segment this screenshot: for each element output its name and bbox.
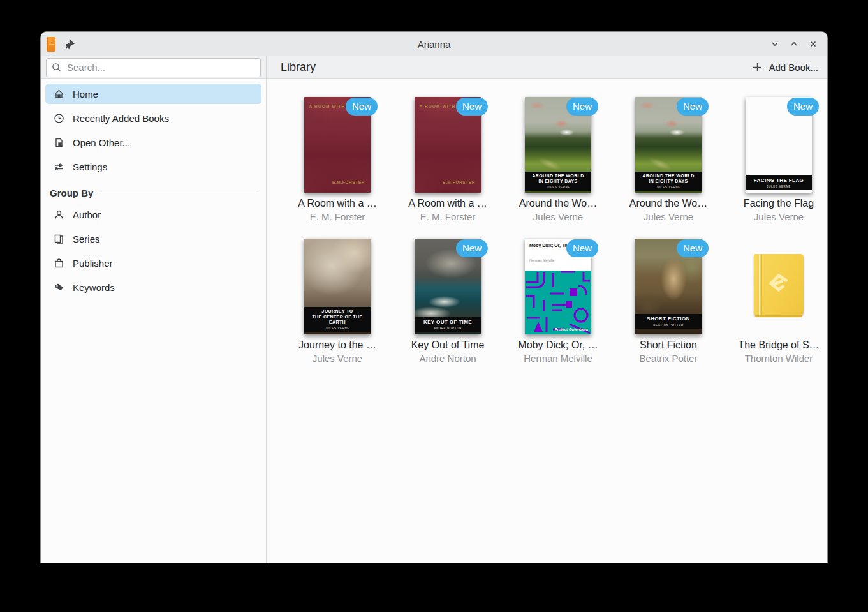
book-title: The Bridge of S…	[738, 340, 819, 351]
book-card[interactable]: FACING THE FLAG JULES VERNE New Facing t…	[731, 97, 827, 222]
book-title: Key Out of Time	[411, 340, 485, 351]
add-book-label: Add Book...	[769, 62, 818, 73]
search-box[interactable]	[46, 58, 261, 77]
plus-icon	[752, 62, 763, 73]
book-author-label: Andre Norton	[419, 353, 476, 364]
sliders-icon	[54, 161, 64, 172]
book-card[interactable]: SHORT FICTION BEATRIX POTTER New Short F…	[621, 239, 716, 364]
clock-icon	[54, 113, 64, 124]
new-badge: New	[456, 239, 488, 257]
publisher-label: Project Gutenberg	[555, 327, 588, 331]
document-icon	[54, 137, 64, 148]
sidebar-item-label: Series	[73, 234, 100, 244]
book-title: Journey to the …	[298, 340, 376, 351]
new-badge: New	[787, 98, 819, 116]
new-badge: New	[566, 239, 598, 257]
new-badge: New	[456, 98, 488, 116]
book-title: Around the Wo…	[629, 198, 707, 209]
sidebar: Home Recently Added Books Open Other... …	[41, 56, 267, 563]
epub-book-icon	[754, 254, 804, 315]
book-card[interactable]: AROUND THE WORLD IN EIGHTY DAYS JULES VE…	[510, 97, 606, 222]
sidebar-item-author[interactable]: Author	[45, 204, 261, 225]
stacked-pages-icon	[54, 234, 64, 244]
sidebar-item-label: Publisher	[73, 258, 113, 269]
page-title: Library	[281, 61, 316, 74]
sidebar-item-keywords[interactable]: Keywords	[45, 277, 261, 297]
main-area: Library Add Book... A ROOM WITH A VIEW E…	[267, 56, 827, 563]
sidebar-item-open-other[interactable]: Open Other...	[45, 132, 261, 153]
book-title: Short Fiction	[640, 340, 697, 351]
titlebar: Arianna	[41, 32, 827, 56]
book-title: Moby Dick; Or, …	[518, 340, 598, 351]
new-badge: New	[677, 98, 709, 116]
sidebar-item-label: Author	[73, 209, 101, 220]
book-card[interactable]: A ROOM WITH A VIEW E.M.FORSTER New A Roo…	[400, 97, 496, 222]
book-title: Facing the Flag	[744, 198, 814, 209]
book-author-label: Jules Verne	[754, 211, 804, 222]
new-badge: New	[677, 239, 709, 257]
group-by-header: Group By	[50, 188, 257, 198]
window-title: Arianna	[41, 39, 827, 50]
book-card[interactable]: A ROOM WITH A VIEW E.M.FORSTER New A Roo…	[290, 97, 385, 222]
book-author-label: Herman Melville	[524, 353, 592, 364]
close-icon[interactable]	[805, 36, 821, 52]
book-cover-placeholder	[746, 239, 812, 334]
main-header: Library Add Book...	[267, 56, 827, 79]
home-icon	[54, 89, 64, 100]
sidebar-item-label: Keywords	[73, 282, 115, 293]
book-author-label: Jules Verne	[313, 353, 362, 364]
book-title: A Room with a …	[298, 198, 377, 209]
book-grid: A ROOM WITH A VIEW E.M.FORSTER New A Roo…	[267, 79, 827, 364]
sidebar-item-recently-added[interactable]: Recently Added Books	[45, 108, 261, 128]
search-icon	[52, 63, 62, 73]
sidebar-item-label: Settings	[73, 161, 107, 172]
tag-icon	[54, 282, 64, 293]
book-card[interactable]: Moby Dick; Or, The Whale Herman Melville	[510, 239, 606, 364]
book-title: A Room with a …	[408, 198, 487, 209]
book-author-label: E. M. Forster	[310, 211, 365, 222]
sidebar-item-label: Home	[73, 89, 98, 100]
new-badge: New	[566, 98, 598, 116]
book-card[interactable]: KEY OUT OF TIME ANDRE NORTON New Key Out…	[400, 239, 496, 364]
sidebar-item-series[interactable]: Series	[45, 228, 261, 249]
sidebar-item-home[interactable]: Home	[45, 84, 261, 104]
book-author-label: Jules Verne	[644, 211, 693, 222]
cover-pattern	[525, 271, 591, 334]
sidebar-item-label: Recently Added Books	[73, 113, 169, 124]
book-cover: JOURNEY TO THE CENTER OF THE EARTH JULES…	[304, 239, 371, 334]
book-card[interactable]: JOURNEY TO THE CENTER OF THE EARTH JULES…	[290, 239, 385, 364]
bag-icon	[54, 258, 64, 269]
divider	[99, 193, 257, 193]
person-icon	[54, 209, 64, 220]
sidebar-item-settings[interactable]: Settings	[45, 156, 261, 177]
sidebar-item-publisher[interactable]: Publisher	[45, 253, 261, 273]
search-input[interactable]	[67, 62, 255, 73]
book-author-label: Beatrix Potter	[640, 353, 698, 364]
new-badge: New	[346, 98, 378, 116]
book-author-label: Jules Verne	[533, 211, 583, 222]
sidebar-item-label: Open Other...	[73, 137, 130, 148]
maximize-icon[interactable]	[786, 36, 802, 52]
add-book-button[interactable]: Add Book...	[752, 62, 818, 73]
book-author-label: Thornton Wilder	[745, 353, 813, 364]
book-author-label: E. M. Forster	[420, 211, 476, 222]
book-card[interactable]: The Bridge of S… Thornton Wilder	[731, 239, 827, 364]
minimize-icon[interactable]	[767, 36, 783, 52]
group-by-label: Group By	[50, 188, 93, 198]
app-window: Arianna Home	[41, 32, 827, 563]
book-title: Around the Wo…	[519, 198, 597, 209]
book-card[interactable]: AROUND THE WORLD IN EIGHTY DAYS JULES VE…	[621, 97, 716, 222]
